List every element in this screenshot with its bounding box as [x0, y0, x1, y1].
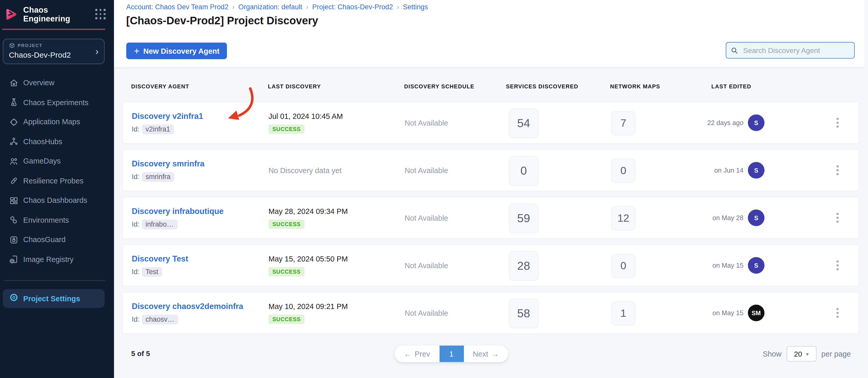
sidebar-item-resilience-probes[interactable]: Resilience Probes: [0, 171, 114, 191]
page-size-select[interactable]: 20 ▾: [786, 346, 816, 362]
last-edited-text: on May 15: [713, 262, 744, 269]
breadcrumb-separator: ›: [397, 3, 399, 11]
crosshair-icon: [9, 117, 19, 127]
gear-icon: [9, 293, 19, 305]
next-page-button[interactable]: Next →: [464, 345, 508, 362]
last-edited-cell: on Jun 14 S: [671, 150, 765, 191]
sidebar-item-image-registry[interactable]: Image Registry: [0, 250, 114, 269]
pagination-summary: 5 of 5: [131, 349, 150, 357]
breadcrumb-project-link[interactable]: Project: Chaos-Dev-Prod2: [312, 3, 393, 11]
discovery-schedule-cell: Not Available: [405, 293, 448, 333]
discovery-agent-link[interactable]: Discovery chaosv2demoinfra: [132, 302, 243, 310]
new-discovery-agent-button[interactable]: + New Discovery Agent: [126, 43, 227, 59]
last-edited-cell: on May 15 S: [671, 245, 765, 286]
services-discovered-count: 28: [509, 251, 539, 281]
last-edited-cell: 22 days ago S: [671, 102, 765, 143]
sidebar-item-project-settings[interactable]: Project Settings: [3, 289, 105, 308]
page-size-control: Show 20 ▾ per page: [759, 345, 851, 362]
breadcrumb-organization-link[interactable]: Organization: default: [238, 3, 302, 11]
project-label: PROJECT: [18, 43, 42, 48]
column-header-network-maps: NETWORK MAPS: [610, 83, 660, 90]
agent-cell: Discovery Test Id: Test: [132, 245, 188, 286]
table-row: Discovery infraboutique Id: infrabo… May…: [122, 197, 859, 239]
per-page-label: per page: [822, 350, 851, 358]
sidebar-item-chaoshubs[interactable]: ChaosHubs: [0, 132, 114, 151]
sidebar: Chaos Engineering PROJECT Chaos-Dev-Prod…: [0, 0, 114, 378]
module-switcher-grid-icon[interactable]: [95, 9, 106, 20]
app-title: Chaos Engineering: [23, 5, 95, 23]
sidebar-item-chaos-experiments[interactable]: Chaos Experiments: [0, 93, 114, 112]
avatar: S: [748, 162, 765, 178]
network-maps-count: 1: [611, 301, 636, 325]
row-menu-button[interactable]: [834, 150, 841, 191]
discovery-schedule-cell: Not Available: [405, 102, 448, 143]
row-menu-button[interactable]: [834, 245, 841, 286]
discovery-schedule-cell: Not Available: [405, 197, 448, 238]
agent-cell: Discovery infraboutique Id: infrabo…: [132, 197, 223, 238]
services-discovered-count: 58: [509, 299, 539, 329]
sidebar-item-chaos-dashboards[interactable]: Chaos Dashboards: [0, 191, 114, 210]
sidebar-item-overview[interactable]: Overview: [0, 73, 114, 93]
breadcrumb-settings-link[interactable]: Settings: [403, 3, 428, 11]
last-edited-text: 22 days ago: [707, 119, 744, 127]
table-row: Discovery v2infra1 Id: v2infra1 Jul 01, …: [122, 102, 859, 144]
arrow-right-icon: →: [492, 350, 499, 358]
sidebar-divider: [4, 280, 105, 281]
status-badge: SUCCESS: [269, 124, 305, 133]
sidebar-header: Chaos Engineering: [0, 0, 114, 29]
plus-icon: +: [134, 46, 140, 56]
network-nodes-icon: [9, 137, 19, 147]
column-header-last-edited: LAST EDITED: [711, 83, 751, 90]
discovery-agent-link[interactable]: Discovery Test: [132, 254, 188, 263]
flask-icon: [9, 97, 19, 107]
current-page-button[interactable]: 1: [439, 345, 464, 362]
last-discovery-cell: May 28, 2024 09:34 PM SUCCESS: [269, 197, 348, 238]
row-menu-button[interactable]: [834, 197, 841, 238]
breadcrumb-account-link[interactable]: Account: Chaos Dev Team Prod2: [126, 3, 228, 11]
last-edited-text: on May 28: [713, 214, 744, 222]
column-header-services-discovered: SERVICES DISCOVERED: [506, 83, 579, 90]
breadcrumb: Account: Chaos Dev Team Prod2 › Organiza…: [126, 3, 428, 11]
row-menu-button[interactable]: [834, 102, 841, 143]
chaos-engineering-logo-icon: [4, 7, 19, 22]
services-discovered-count: 0: [509, 156, 539, 186]
agent-id-chip: smrinfra: [142, 172, 175, 182]
discovery-agent-link[interactable]: Discovery smrinfra: [132, 159, 205, 168]
sidebar-item-gamedays[interactable]: GameDays: [0, 151, 114, 171]
breadcrumb-separator: ›: [306, 3, 308, 11]
last-discovery-date: May 28, 2024 09:34 PM: [269, 207, 348, 215]
agent-cell: Discovery chaosv2demoinfra Id: chaosv…: [132, 293, 243, 333]
status-badge: SUCCESS: [269, 219, 305, 229]
sidebar-item-application-maps[interactable]: Application Maps: [0, 112, 114, 132]
app-window: Chaos Engineering PROJECT Chaos-Dev-Prod…: [0, 0, 868, 378]
main-content: Account: Chaos Dev Team Prod2 › Organiza…: [114, 0, 868, 378]
discovery-schedule-cell: Not Available: [405, 245, 448, 286]
status-badge: SUCCESS: [269, 267, 305, 276]
hexagons-icon: [9, 215, 19, 225]
column-header-discovery-agent: DISCOVERY AGENT: [131, 83, 189, 90]
sidebar-item-environments[interactable]: Environments: [0, 210, 114, 230]
discovery-agent-link[interactable]: Discovery infraboutique: [132, 206, 223, 215]
avatar: S: [748, 257, 765, 274]
breadcrumb-separator: ›: [232, 3, 235, 11]
prev-page-button[interactable]: ← Prev: [395, 345, 439, 362]
chevron-right-icon: ›: [95, 47, 99, 56]
project-selector[interactable]: PROJECT Chaos-Dev-Prod2 ›: [3, 39, 105, 64]
cube-icon: [9, 43, 15, 49]
document-gear-icon: [9, 254, 19, 265]
agent-id-chip: Test: [142, 267, 162, 277]
chevron-down-icon: ▾: [806, 351, 809, 357]
dashboard-icon: [9, 196, 19, 206]
discovery-agent-link[interactable]: Discovery v2infra1: [132, 111, 203, 120]
row-menu-button[interactable]: [834, 293, 841, 333]
column-header-last-discovery: LAST DISCOVERY: [268, 83, 321, 90]
status-badge: SUCCESS: [269, 314, 305, 323]
page-title: [Chaos-Dev-Prod2] Project Discovery: [126, 14, 318, 27]
search-input[interactable]: [742, 46, 849, 55]
sidebar-item-chaosguard[interactable]: ChaosGuard: [0, 230, 114, 250]
last-discovery-cell: Jul 01, 2024 10:45 AM SUCCESS: [269, 102, 343, 143]
show-label: Show: [763, 350, 781, 358]
last-edited-text: on May 15: [713, 309, 744, 317]
last-discovery-date: May 15, 2024 05:50 PM: [269, 254, 348, 263]
pagination-pill: ← Prev 1 Next →: [395, 345, 508, 362]
